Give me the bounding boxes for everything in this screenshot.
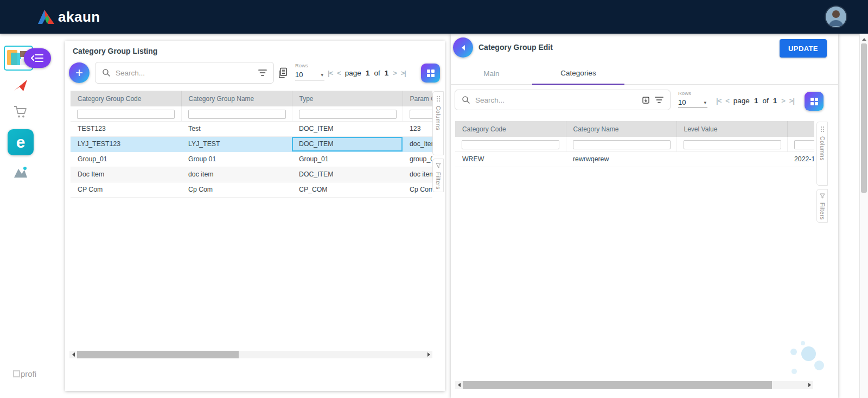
table-cell[interactable]: 123 <box>403 121 432 136</box>
table-cell[interactable]: Cp Com <box>403 182 432 197</box>
next-page-button[interactable]: > <box>393 69 397 77</box>
update-button[interactable]: UPDATE <box>780 39 827 58</box>
horizontal-scrollbar[interactable] <box>69 351 432 358</box>
table-row[interactable]: CP ComCp ComCP_COMCp Com <box>71 182 432 197</box>
filter-icon[interactable] <box>258 69 267 77</box>
scroll-left-arrow-icon[interactable] <box>455 381 463 389</box>
sidebar-item-analytics-app[interactable] <box>0 166 41 179</box>
table-cell[interactable]: TEST123 <box>71 121 181 136</box>
vertical-scrollbar[interactable] <box>859 34 868 398</box>
table-cell[interactable]: 2022-12-0 <box>787 151 814 167</box>
table-cell[interactable]: doc item <box>403 167 432 182</box>
column-header[interactable]: Category Group Code <box>71 91 181 106</box>
tab-categories[interactable]: Categories <box>532 62 624 85</box>
rows-per-page-select[interactable]: Rows 10 ▾ <box>678 90 707 108</box>
column-header[interactable]: Level Value <box>676 121 787 137</box>
table-body: TEST123TestDOC_ITEM123LYJ_TEST123LYJ_TES… <box>71 121 432 197</box>
grid-view-button[interactable] <box>421 64 440 83</box>
column-header[interactable]: Category Name <box>566 121 676 137</box>
column-filter-input[interactable] <box>462 140 559 149</box>
table-row[interactable]: Group_01Group 01Group_01group_01 <box>71 151 432 167</box>
scrollbar-thumb[interactable] <box>77 351 239 358</box>
horizontal-scrollbar[interactable] <box>455 381 813 389</box>
filters-side-tab[interactable]: Filters <box>816 189 828 223</box>
shopping-cart-icon <box>14 105 28 118</box>
table-cell[interactable]: CP_COM <box>292 182 403 197</box>
table-cell[interactable]: rewrwqerew <box>566 151 676 167</box>
table-row[interactable]: LYJ_TEST123LYJ_TESTDOC_ITEMdoc_item <box>71 136 432 151</box>
table-row[interactable]: Doc Itemdoc itemDOC_ITEMdoc item <box>71 167 432 182</box>
back-button[interactable] <box>453 37 473 58</box>
column-filter-input[interactable] <box>188 110 286 119</box>
table-cell[interactable] <box>676 151 787 167</box>
sidebar-item-teal-app[interactable]: e <box>8 129 34 155</box>
column-filter-input[interactable] <box>299 110 397 119</box>
table-filter-row <box>71 106 432 121</box>
last-page-button[interactable]: >| <box>789 97 794 105</box>
scroll-up-arrow-icon[interactable] <box>860 36 868 42</box>
last-page-button[interactable]: >| <box>401 69 406 77</box>
export-icon[interactable] <box>277 67 289 79</box>
column-header[interactable]: Category Group Name <box>181 91 292 106</box>
column-filter-input[interactable] <box>77 110 175 119</box>
table-cell[interactable]: LYJ_TEST123 <box>71 136 181 151</box>
scroll-right-arrow-icon[interactable] <box>425 351 432 358</box>
scrollbar-thumb[interactable] <box>463 381 772 389</box>
table-row[interactable]: TEST123TestDOC_ITEM123 <box>71 121 432 136</box>
table-cell[interactable]: Test <box>181 121 292 136</box>
column-header[interactable] <box>787 121 814 137</box>
grid-view-button[interactable] <box>805 92 824 111</box>
prev-page-button[interactable]: < <box>725 97 729 105</box>
rows-per-page-select[interactable]: Rows 10 ▾ <box>295 62 324 80</box>
table-cell[interactable]: Doc Item <box>71 167 181 182</box>
sidebar-item-red-app[interactable] <box>0 79 41 93</box>
table-cell[interactable]: Group 01 <box>181 151 292 167</box>
table-cell[interactable]: doc item <box>181 167 292 182</box>
column-filter-input[interactable] <box>410 110 433 119</box>
table-cell[interactable]: LYJ_TEST <box>181 136 292 151</box>
add-button[interactable]: + <box>69 62 90 83</box>
table-cell[interactable]: Group_01 <box>71 151 181 167</box>
table-cell[interactable]: CP Com <box>71 182 181 197</box>
table-cell[interactable]: Cp Com <box>181 182 292 197</box>
column-header[interactable]: Type <box>292 91 403 106</box>
scroll-left-arrow-icon[interactable] <box>69 351 77 358</box>
table-cell[interactable]: DOC_ITEM <box>292 136 403 151</box>
scrollbar-thumb[interactable] <box>861 43 867 193</box>
tab-main[interactable]: Main <box>451 62 532 85</box>
column-filter-input[interactable] <box>573 140 671 149</box>
sidebar-item-cart-app[interactable] <box>0 105 41 118</box>
first-page-button[interactable]: |< <box>716 97 721 105</box>
filter-cell <box>181 106 292 121</box>
checkbox-outline-icon[interactable] <box>13 370 20 377</box>
scroll-right-arrow-icon[interactable] <box>806 381 813 389</box>
column-filter-input[interactable] <box>684 140 781 149</box>
search-box[interactable] <box>95 62 274 84</box>
next-page-button[interactable]: > <box>781 97 785 105</box>
sidebar-toggle-button[interactable] <box>24 48 51 68</box>
first-page-button[interactable]: |< <box>328 69 333 77</box>
filters-side-tab[interactable]: Filters <box>432 159 444 192</box>
table-cell[interactable]: WREW <box>455 151 566 167</box>
table-cell[interactable]: Group_01 <box>292 151 403 167</box>
columns-side-tab[interactable]: Columns <box>816 122 828 186</box>
column-filter-input[interactable] <box>794 140 815 149</box>
prev-page-button[interactable]: < <box>337 69 341 77</box>
search-input[interactable] <box>116 69 253 77</box>
table-cell[interactable]: group_01 <box>403 151 432 167</box>
plus-icon: + <box>75 66 83 79</box>
category-group-listing-panel: Category Group Listing + Rows 10 <box>65 41 445 391</box>
columns-side-tab[interactable]: Columns <box>432 91 444 155</box>
column-header[interactable]: Category Code <box>455 121 566 137</box>
filter-icon[interactable] <box>655 96 663 104</box>
table-row[interactable]: WREWrewrwqerew2022-12-0 <box>455 151 814 167</box>
table-cell[interactable]: doc_item <box>403 136 432 151</box>
column-header[interactable]: Param Co <box>403 91 432 106</box>
table-cell[interactable]: DOC_ITEM <box>292 167 403 182</box>
export-icon[interactable] <box>642 96 650 104</box>
search-input[interactable] <box>475 96 637 104</box>
search-box[interactable] <box>455 90 671 110</box>
brand-logo[interactable]: akaun <box>38 7 100 27</box>
table-cell[interactable]: DOC_ITEM <box>292 121 403 136</box>
user-avatar[interactable] <box>826 7 846 27</box>
